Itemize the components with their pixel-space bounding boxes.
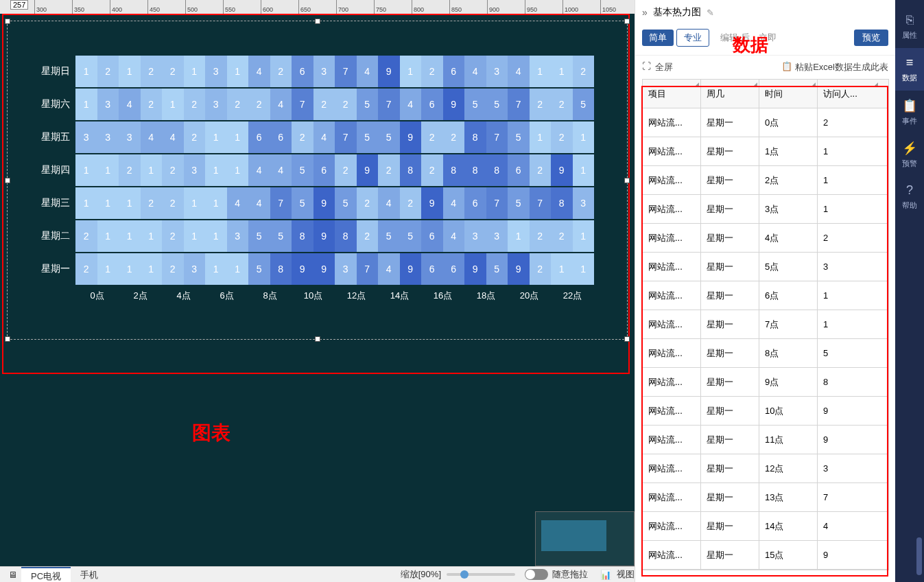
heatmap-cell[interactable]: 1 <box>141 253 163 285</box>
table-cell[interactable]: 星期一 <box>701 339 759 367</box>
rail-scrollbar[interactable] <box>916 537 922 575</box>
heatmap-cell[interactable]: 3 <box>486 56 508 87</box>
heatmap-cell[interactable]: 1 <box>551 253 573 285</box>
table-cell[interactable]: 3 <box>818 454 879 482</box>
paste-excel-label[interactable]: 粘贴Excel数据生成此表 <box>795 61 888 73</box>
heatmap-cell[interactable]: 3 <box>573 187 595 219</box>
heatmap-cell[interactable]: 3 <box>464 220 486 252</box>
table-row[interactable]: 网站流...星期一7点1 <box>643 310 888 339</box>
heatmap-cell[interactable]: 2 <box>141 89 163 120</box>
device-tab-mobile[interactable]: 手机 <box>71 567 108 583</box>
table-header-cell[interactable]: 时间◢ <box>759 80 818 108</box>
heatmap-cell[interactable]: 6 <box>313 154 335 186</box>
resize-handle-tc[interactable] <box>315 19 320 24</box>
heatmap-cell[interactable]: 2 <box>119 154 141 186</box>
table-cell[interactable]: 3 <box>818 253 879 281</box>
heatmap-cell[interactable]: 1 <box>119 220 141 252</box>
table-cell[interactable]: 4 <box>818 512 879 540</box>
heatmap-cell[interactable]: 4 <box>141 121 163 153</box>
heatmap-cell[interactable]: 1 <box>141 220 163 252</box>
table-cell[interactable]: 2 <box>818 224 879 252</box>
heatmap-cell[interactable]: 2 <box>162 220 184 252</box>
table-cell[interactable]: 网站流... <box>643 368 701 396</box>
heatmap-cell[interactable]: 7 <box>508 89 530 120</box>
minimap[interactable] <box>535 511 635 566</box>
table-cell[interactable]: 8 <box>818 368 879 396</box>
heatmap-cell[interactable]: 5 <box>292 187 313 219</box>
heatmap-cell[interactable]: 8 <box>464 154 486 186</box>
heatmap-cell[interactable]: 2 <box>313 89 335 120</box>
data-table[interactable]: 项目◢周几◢时间◢访问人...◢网站流...星期一0点2网站流...星期一1点1… <box>642 79 889 570</box>
heatmap-cell[interactable]: 8 <box>443 154 465 186</box>
drag-toggle[interactable] <box>525 569 548 580</box>
table-cell[interactable]: 9 <box>818 541 879 569</box>
table-cell[interactable]: 网站流... <box>643 454 701 482</box>
heatmap-cell[interactable]: 1 <box>75 154 97 186</box>
heatmap-cell[interactable]: 9 <box>313 220 335 252</box>
heatmap-cell[interactable]: 9 <box>464 253 486 285</box>
table-row[interactable]: 网站流...星期一9点8 <box>643 368 888 397</box>
heatmap-cell[interactable]: 1 <box>205 220 227 252</box>
heatmap-cell[interactable]: 9 <box>508 253 530 285</box>
heatmap-cell[interactable]: 6 <box>464 187 486 219</box>
table-header-cell[interactable]: 周几◢ <box>701 80 759 108</box>
heatmap-cell[interactable]: 2 <box>530 89 552 120</box>
heatmap-cell[interactable]: 6 <box>421 253 443 285</box>
zoom-slider-thumb[interactable] <box>460 570 469 579</box>
heatmap-cell[interactable]: 5 <box>292 154 313 186</box>
heatmap-cell[interactable]: 3 <box>205 89 227 120</box>
heatmap-cell[interactable]: 3 <box>184 253 206 285</box>
table-cell[interactable]: 星期一 <box>701 195 759 223</box>
view-label[interactable]: 视图 <box>617 568 635 581</box>
heatmap-cell[interactable]: 9 <box>313 253 335 285</box>
heatmap-cell[interactable]: 5 <box>486 253 508 285</box>
device-tab-pc[interactable]: PC电视 <box>21 567 71 583</box>
table-row[interactable]: 网站流...星期一2点1 <box>643 166 888 195</box>
heatmap-cell[interactable]: 2 <box>530 253 552 285</box>
heatmap-cell[interactable]: 7 <box>270 187 292 219</box>
table-cell[interactable]: 星期一 <box>701 368 759 396</box>
heatmap-cell[interactable]: 1 <box>227 56 249 87</box>
table-cell[interactable]: 网站流... <box>643 224 701 252</box>
heatmap-cell[interactable]: 2 <box>227 89 249 120</box>
heatmap-cell[interactable]: 2 <box>162 187 184 219</box>
table-cell[interactable]: 1 <box>818 137 879 165</box>
heatmap-cell[interactable]: 6 <box>292 56 313 87</box>
table-cell[interactable]: 星期一 <box>701 397 759 425</box>
heatmap-cell[interactable]: 3 <box>119 121 141 153</box>
heatmap-cell[interactable]: 4 <box>248 154 270 186</box>
heatmap-cell[interactable]: 9 <box>421 187 443 219</box>
table-cell[interactable]: 星期一 <box>701 137 759 165</box>
chevron-right-icon[interactable]: » <box>642 7 648 18</box>
resize-handle-br[interactable] <box>624 336 630 342</box>
preview-button[interactable]: 预览 <box>854 30 888 46</box>
heatmap-cell[interactable]: 7 <box>292 89 313 120</box>
fullscreen-icon[interactable]: ⛶ <box>642 61 651 73</box>
heatmap-cell[interactable]: 9 <box>313 187 335 219</box>
table-cell[interactable]: 12点 <box>759 454 818 482</box>
heatmap-cell[interactable]: 2 <box>357 220 379 252</box>
heatmap-cell[interactable]: 2 <box>551 121 573 153</box>
table-cell[interactable]: 网站流... <box>643 512 701 540</box>
heatmap-cell[interactable]: 6 <box>443 253 465 285</box>
heatmap-cell[interactable]: 2 <box>97 56 119 87</box>
table-row[interactable]: 网站流...星期一8点5 <box>643 339 888 368</box>
table-cell[interactable]: 6点 <box>759 281 818 310</box>
heatmap-cell[interactable]: 1 <box>227 253 249 285</box>
table-cell[interactable]: 15点 <box>759 541 818 569</box>
heatmap-cell[interactable]: 1 <box>141 154 163 186</box>
table-cell[interactable]: 网站流... <box>643 339 701 367</box>
heatmap-cell[interactable]: 2 <box>162 154 184 186</box>
table-row[interactable]: 网站流...星期一12点3 <box>643 454 888 483</box>
heatmap-cell[interactable]: 8 <box>551 187 573 219</box>
heatmap-cell[interactable]: 5 <box>248 253 270 285</box>
heatmap-cell[interactable]: 1 <box>508 220 530 252</box>
filter-icon[interactable]: ◢ <box>873 81 878 88</box>
heatmap-cell[interactable]: 3 <box>97 89 119 120</box>
heatmap-cell[interactable]: 1 <box>227 154 249 186</box>
table-cell[interactable]: 星期一 <box>701 224 759 252</box>
table-header-cell[interactable]: 访问人...◢ <box>818 80 879 108</box>
heatmap-cell[interactable]: 1 <box>205 154 227 186</box>
table-row[interactable]: 网站流...星期一11点9 <box>643 426 888 454</box>
heatmap-cell[interactable]: 2 <box>184 121 206 153</box>
